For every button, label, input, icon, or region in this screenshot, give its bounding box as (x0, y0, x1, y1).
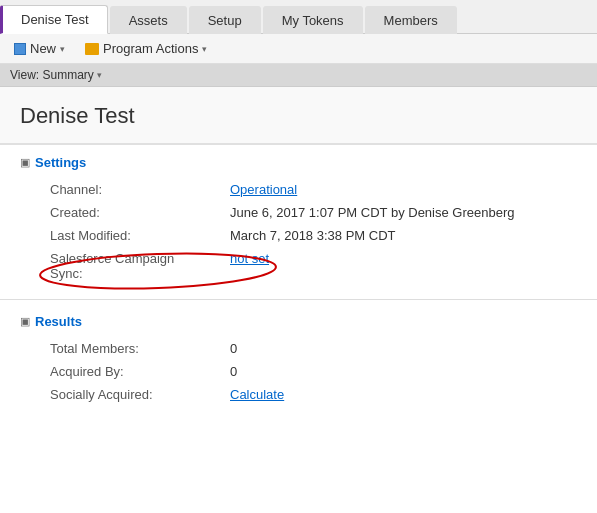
content-area: ▣ Settings Channel: Operational Created:… (0, 145, 597, 416)
view-bar: View: Summary ▾ (0, 64, 597, 87)
program-actions-button[interactable]: Program Actions ▾ (81, 39, 211, 58)
table-row: Last Modified: March 7, 2018 3:38 PM CDT (20, 224, 577, 247)
new-button[interactable]: New ▾ (10, 39, 69, 58)
calculate-link[interactable]: Calculate (230, 387, 284, 402)
view-bar-text: View: Summary (10, 68, 94, 82)
table-row: Channel: Operational (20, 178, 577, 201)
last-modified-value: March 7, 2018 3:38 PM CDT (200, 224, 577, 247)
new-label: New (30, 41, 56, 56)
channel-link[interactable]: Operational (230, 182, 297, 197)
program-actions-label: Program Actions (103, 41, 198, 56)
new-dropdown-arrow: ▾ (60, 44, 65, 54)
table-row: Created: June 6, 2017 1:07 PM CDT by Den… (20, 201, 577, 224)
socially-acquired-value: Calculate (200, 383, 577, 406)
total-members-label: Total Members: (20, 337, 200, 360)
page-title-section: Denise Test (0, 87, 597, 145)
new-icon (14, 43, 26, 55)
results-toggle-icon: ▣ (20, 315, 30, 328)
tab-my-tokens[interactable]: My Tokens (263, 6, 363, 34)
salesforce-row: Salesforce Campaign Sync: not set (20, 247, 577, 285)
table-row: Total Members: 0 (20, 337, 577, 360)
results-section: ▣ Results Total Members: 0 Acquired By: … (0, 304, 597, 416)
program-actions-dropdown-arrow: ▾ (202, 44, 207, 54)
top-nav: Denise Test Assets Setup My Tokens Membe… (0, 0, 597, 34)
settings-section: ▣ Settings Channel: Operational Created:… (0, 145, 597, 295)
table-row: Socially Acquired: Calculate (20, 383, 577, 406)
tab-denise-test[interactable]: Denise Test (0, 5, 108, 34)
salesforce-value: not set (200, 247, 577, 285)
results-section-header[interactable]: ▣ Results (20, 314, 577, 329)
created-value: June 6, 2017 1:07 PM CDT by Denise Green… (200, 201, 577, 224)
channel-value: Operational (200, 178, 577, 201)
salesforce-link[interactable]: not set (230, 251, 269, 266)
settings-section-header[interactable]: ▣ Settings (20, 155, 577, 170)
socially-acquired-label: Socially Acquired: (20, 383, 200, 406)
salesforce-label: Salesforce Campaign Sync: (20, 247, 200, 285)
table-row: Acquired By: 0 (20, 360, 577, 383)
channel-label: Channel: (20, 178, 200, 201)
acquired-by-label: Acquired By: (20, 360, 200, 383)
page-title: Denise Test (20, 103, 577, 129)
results-section-title[interactable]: Results (35, 314, 82, 329)
total-members-value: 0 (200, 337, 577, 360)
program-actions-icon (85, 43, 99, 55)
view-bar-arrow: ▾ (97, 70, 102, 80)
acquired-by-value: 0 (200, 360, 577, 383)
section-divider (0, 299, 597, 300)
settings-fields-table: Channel: Operational Created: June 6, 20… (20, 178, 577, 285)
tab-setup[interactable]: Setup (189, 6, 261, 34)
settings-section-title[interactable]: Settings (35, 155, 86, 170)
last-modified-label: Last Modified: (20, 224, 200, 247)
toolbar: New ▾ Program Actions ▾ (0, 34, 597, 64)
tab-members[interactable]: Members (365, 6, 457, 34)
results-fields-table: Total Members: 0 Acquired By: 0 Socially… (20, 337, 577, 406)
tab-assets[interactable]: Assets (110, 6, 187, 34)
created-label: Created: (20, 201, 200, 224)
view-summary-selector[interactable]: View: Summary ▾ (10, 68, 102, 82)
settings-toggle-icon: ▣ (20, 156, 30, 169)
